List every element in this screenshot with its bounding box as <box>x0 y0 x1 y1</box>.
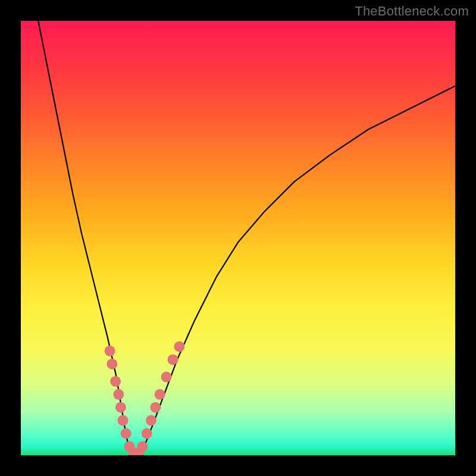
marker-dot <box>146 415 156 426</box>
chart-plot-area <box>21 21 455 455</box>
bottleneck-curve <box>38 21 455 455</box>
marker-dot <box>168 354 178 365</box>
marker-dot <box>174 342 184 352</box>
marker-dot <box>150 402 161 413</box>
curve-markers <box>105 342 185 456</box>
marker-dot <box>121 428 131 439</box>
watermark-text: TheBottleneck.com <box>355 4 469 19</box>
marker-dot <box>161 372 172 383</box>
marker-dot <box>105 346 115 356</box>
marker-dot <box>113 389 124 400</box>
marker-dot <box>107 359 117 369</box>
marker-dot <box>142 428 152 439</box>
marker-dot <box>137 441 148 452</box>
chart-svg <box>21 21 455 455</box>
marker-dot <box>110 376 121 387</box>
marker-dot <box>155 389 165 400</box>
marker-dot <box>118 415 129 426</box>
chart-frame: TheBottleneck.com <box>0 0 476 476</box>
marker-dot <box>115 402 126 413</box>
